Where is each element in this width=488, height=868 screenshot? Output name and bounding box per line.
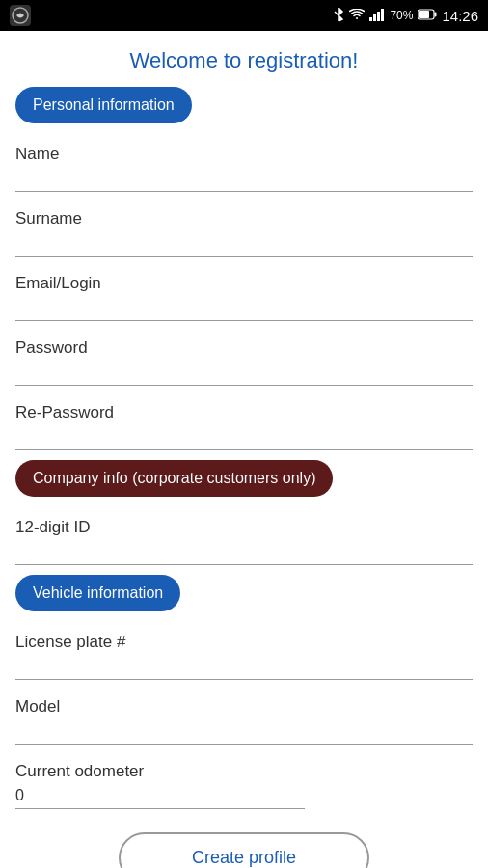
personal-badge: Personal information bbox=[15, 87, 192, 123]
svg-rect-8 bbox=[419, 11, 429, 18]
svg-rect-4 bbox=[373, 14, 376, 21]
app-icon bbox=[10, 5, 31, 26]
email-input[interactable] bbox=[15, 295, 473, 321]
battery-icon bbox=[418, 9, 437, 23]
surname-input[interactable] bbox=[15, 231, 473, 257]
company-id-input[interactable] bbox=[15, 539, 473, 565]
status-bar-left bbox=[10, 5, 31, 26]
model-label: Model bbox=[15, 684, 473, 719]
odometer-field: Current odometer bbox=[15, 748, 473, 809]
personal-section: Personal information Name Surname Email/… bbox=[15, 87, 473, 450]
odometer-input[interactable] bbox=[15, 783, 305, 809]
company-badge: Company info (corporate customers only) bbox=[15, 460, 333, 497]
main-content: Welcome to registration! Personal inform… bbox=[0, 31, 488, 868]
name-input[interactable] bbox=[15, 166, 473, 192]
create-profile-button[interactable]: Create profile bbox=[119, 832, 369, 868]
model-input[interactable] bbox=[15, 719, 473, 745]
svg-rect-9 bbox=[435, 12, 437, 16]
vehicle-section: Vehicle information License plate # Mode… bbox=[15, 575, 473, 809]
company-id-field: 12-digit ID bbox=[15, 504, 473, 565]
repassword-field: Re-Password bbox=[15, 390, 473, 450]
status-bar: 70% 14:26 bbox=[0, 0, 488, 31]
password-field: Password bbox=[15, 325, 473, 386]
license-plate-label: License plate # bbox=[15, 619, 473, 654]
name-field: Name bbox=[15, 131, 473, 192]
status-time: 14:26 bbox=[442, 8, 478, 24]
model-field: Model bbox=[15, 684, 473, 745]
surname-field: Surname bbox=[15, 196, 473, 257]
wifi-icon bbox=[349, 9, 365, 23]
bluetooth-icon bbox=[333, 7, 344, 25]
odometer-label: Current odometer bbox=[15, 748, 473, 783]
company-section: Company info (corporate customers only) … bbox=[15, 460, 473, 565]
battery-level: 70% bbox=[390, 9, 413, 22]
svg-rect-6 bbox=[381, 9, 384, 21]
surname-label: Surname bbox=[15, 196, 473, 231]
email-label: Email/Login bbox=[15, 260, 473, 295]
password-label: Password bbox=[15, 325, 473, 360]
license-plate-field: License plate # bbox=[15, 619, 473, 680]
signal-icon bbox=[369, 8, 385, 24]
svg-rect-5 bbox=[377, 12, 380, 21]
name-label: Name bbox=[15, 131, 473, 166]
page-title: Welcome to registration! bbox=[15, 31, 473, 87]
svg-rect-3 bbox=[369, 17, 372, 21]
vehicle-badge: Vehicle information bbox=[15, 575, 180, 611]
password-input[interactable] bbox=[15, 360, 473, 386]
company-id-label: 12-digit ID bbox=[15, 504, 473, 539]
repassword-input[interactable] bbox=[15, 424, 473, 450]
status-bar-right: 70% 14:26 bbox=[333, 7, 478, 25]
repassword-label: Re-Password bbox=[15, 390, 473, 424]
license-plate-input[interactable] bbox=[15, 654, 473, 680]
email-field: Email/Login bbox=[15, 260, 473, 321]
